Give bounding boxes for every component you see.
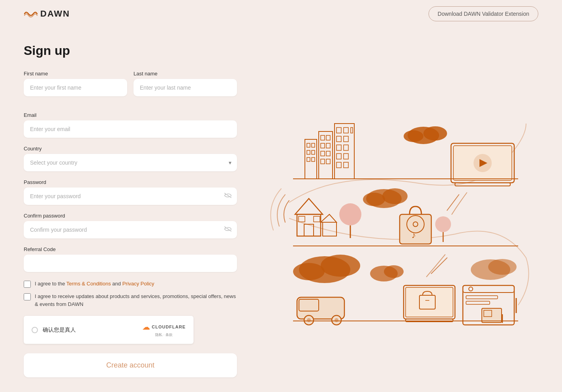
cloudflare-logo: ☁ CLOUDFLARE — [142, 322, 186, 332]
cloudflare-sub: 隐私 · 条款 — [155, 332, 173, 338]
logo-text: DAWN — [40, 9, 70, 19]
cloudflare-branding: ☁ CLOUDFLARE 隐私 · 条款 — [142, 322, 186, 338]
svg-rect-5 — [307, 158, 310, 161]
svg-point-47 — [382, 188, 408, 204]
email-group: Email — [24, 112, 237, 138]
confirm-input-wrapper — [24, 221, 237, 238]
first-name-label: First name — [24, 71, 127, 77]
svg-point-80 — [488, 259, 517, 275]
eye-slash-icon-confirm[interactable] — [224, 226, 231, 233]
svg-rect-76 — [466, 301, 490, 304]
svg-point-74 — [469, 287, 473, 291]
svg-point-48 — [363, 193, 385, 206]
dawn-logo-icon — [24, 10, 38, 18]
svg-point-44 — [339, 203, 361, 225]
download-extension-button[interactable]: Download DAWN Validator Extension — [429, 6, 538, 21]
svg-rect-4 — [312, 150, 315, 154]
cloudflare-cloud-icon: ☁ — [142, 322, 150, 332]
svg-rect-25 — [344, 154, 348, 159]
create-account-button[interactable]: Create account — [24, 353, 237, 377]
svg-rect-1 — [307, 143, 310, 147]
svg-point-57 — [321, 255, 360, 277]
country-group: Country Select your country United State… — [24, 146, 237, 171]
country-select[interactable]: Select your country United States United… — [24, 154, 237, 171]
svg-point-60 — [384, 265, 404, 278]
signup-form: Sign up First name Last name Email Count… — [24, 43, 237, 377]
password-group: Password — [24, 179, 237, 205]
terms-checkbox-item: I agree to the Terms & Conditions and Pr… — [24, 280, 237, 288]
referral-label: Referral Code — [24, 246, 237, 252]
svg-rect-16 — [335, 124, 354, 179]
last-name-group: Last name — [133, 71, 237, 96]
hero-illustration: ♪ — [258, 92, 534, 329]
svg-rect-20 — [336, 136, 341, 142]
svg-rect-3 — [307, 150, 310, 154]
email-label: Email — [24, 112, 237, 118]
svg-rect-41 — [314, 216, 320, 222]
svg-rect-9 — [326, 135, 330, 140]
svg-rect-14 — [321, 159, 325, 164]
country-select-wrapper: Select your country United States United… — [24, 154, 237, 171]
svg-point-30 — [404, 130, 423, 142]
eye-slash-icon[interactable] — [224, 193, 231, 200]
svg-text:♪: ♪ — [412, 230, 416, 240]
svg-marker-38 — [295, 199, 323, 214]
checkbox-group: I agree to the Terms & Conditions and Pr… — [24, 280, 237, 308]
cloudflare-name: CLOUDFLARE — [152, 324, 186, 329]
referral-input[interactable] — [24, 255, 237, 272]
svg-rect-12 — [321, 151, 325, 156]
updates-checkbox-item: I agree to receive updates about product… — [24, 293, 237, 308]
email-input[interactable] — [24, 120, 237, 138]
main-content: Sign up First name Last name Email Count… — [0, 28, 562, 392]
svg-marker-43 — [321, 214, 336, 222]
svg-rect-17 — [336, 128, 341, 133]
confirm-password-group: Confirm password — [24, 213, 237, 238]
captcha-text: 确认您是真人 — [43, 326, 76, 334]
password-input-wrapper — [24, 188, 237, 205]
updates-label: I agree to receive updates about product… — [35, 293, 237, 308]
svg-rect-27 — [344, 162, 348, 168]
updates-checkbox[interactable] — [24, 293, 31, 300]
first-name-group: First name — [24, 71, 127, 96]
first-name-input[interactable] — [24, 79, 127, 96]
svg-rect-24 — [336, 154, 341, 159]
last-name-input[interactable] — [133, 79, 237, 96]
page-title: Sign up — [24, 43, 237, 58]
svg-point-29 — [423, 126, 447, 141]
terms-link[interactable]: Terms & Conditions — [66, 281, 111, 287]
terms-checkbox[interactable] — [24, 281, 31, 288]
terms-label: I agree to the Terms & Conditions and Pr… — [35, 280, 154, 288]
captcha-radio — [32, 327, 38, 333]
captcha-widget[interactable]: 确认您是真人 ☁ CLOUDFLARE 隐私 · 条款 — [24, 316, 194, 344]
illustration-side: ♪ — [253, 43, 538, 377]
password-label: Password — [24, 179, 237, 185]
password-input[interactable] — [24, 188, 237, 205]
svg-rect-73 — [463, 285, 514, 293]
country-label: Country — [24, 146, 237, 152]
svg-rect-75 — [466, 296, 498, 299]
svg-rect-2 — [312, 143, 315, 147]
svg-rect-13 — [326, 151, 330, 156]
privacy-link[interactable]: Privacy Policy — [122, 281, 154, 287]
svg-point-53 — [435, 216, 451, 232]
svg-rect-15 — [326, 159, 330, 164]
svg-point-66 — [335, 318, 338, 322]
referral-group: Referral Code — [24, 246, 237, 272]
name-row: First name Last name — [24, 71, 237, 104]
svg-rect-22 — [336, 145, 341, 150]
svg-rect-23 — [344, 145, 348, 150]
svg-rect-26 — [336, 162, 341, 168]
confirm-password-input[interactable] — [24, 221, 237, 238]
svg-rect-8 — [321, 135, 325, 140]
svg-rect-19 — [351, 128, 353, 133]
captcha-left: 确认您是真人 — [32, 326, 76, 334]
header: DAWN Download DAWN Validator Extension — [0, 0, 562, 28]
svg-point-64 — [307, 318, 311, 322]
svg-rect-40 — [299, 216, 305, 222]
confirm-label: Confirm password — [24, 213, 237, 219]
last-name-label: Last name — [133, 71, 237, 77]
svg-rect-6 — [312, 158, 315, 161]
svg-rect-21 — [344, 136, 348, 142]
svg-rect-18 — [344, 128, 348, 133]
svg-rect-10 — [321, 143, 325, 148]
